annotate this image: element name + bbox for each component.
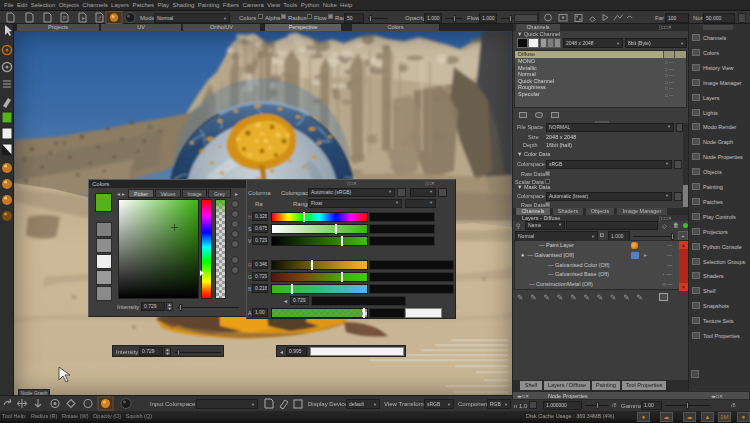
- svg-text:➤: ➤: [81, 15, 85, 21]
- svg-text:↺: ↺: [97, 15, 101, 21]
- svg-text:P: P: [63, 15, 67, 21]
